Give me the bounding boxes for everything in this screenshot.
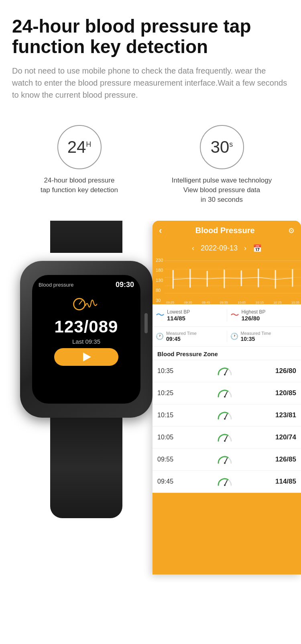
svg-point-22	[224, 440, 226, 442]
zone-bp-2: 123/81	[268, 411, 296, 419]
gauge-svg-5	[217, 476, 233, 487]
app-calendar-icon[interactable]: 📅	[253, 244, 262, 253]
gauge-svg-4	[217, 454, 233, 465]
zone-row-2: 10:15 123/81	[153, 404, 301, 427]
svg-line-17	[225, 392, 227, 397]
app-date-next-button[interactable]: ›	[244, 244, 246, 252]
stat-lowest-bp: 〜 Lowest BP 114/85	[156, 309, 224, 322]
chart-y-labels: 230 180 130 80 30	[156, 256, 163, 304]
app-chart: 230 180 130 80 30	[153, 256, 301, 304]
app-date-row: ‹ 2022-09-13 › 📅	[153, 241, 301, 256]
feature-circle-1: 30s	[200, 125, 244, 169]
feature-desc-1: Intelligent pulse wave technologyView bl…	[172, 176, 272, 204]
zone-row-3: 10:05 120/74	[153, 427, 301, 449]
sub-description: Do not need to use mobile phone to check…	[12, 65, 289, 101]
zone-rows-container: 10:35 126/80 10:25 120/85	[153, 360, 301, 493]
header-section: 24-hour blood pressure tap function key …	[0, 0, 301, 109]
app-date-prev-button[interactable]: ‹	[192, 244, 194, 252]
gauge-svg-0	[217, 366, 233, 376]
watch-current-time: 09:30	[116, 281, 134, 289]
feature-item-0: 24H 24-hour blood pressuretap function k…	[15, 125, 144, 195]
app-time-row: 🕐 Measured Time 09:45 🕐 Measured Time 10…	[153, 327, 301, 347]
stat-highest-label: Highest BP	[242, 309, 266, 315]
watch-last-reading: Last 09:35	[72, 338, 100, 345]
watch-icon-area	[39, 293, 134, 313]
watch-screen: Blood pressure 09:30 123/089	[32, 275, 140, 404]
time-label-2: Measured Time	[241, 331, 271, 336]
high-wave-icon: 〜	[230, 309, 239, 321]
watch-play-button[interactable]	[54, 348, 118, 366]
clock-icon-2: 🕐	[230, 332, 238, 340]
app-back-button[interactable]: ‹	[159, 226, 162, 236]
time-value-2: 10:35	[241, 336, 271, 342]
watch-bp-label: Blood pressure	[39, 282, 73, 288]
time-info-1: Measured Time 09:45	[166, 331, 197, 342]
svg-line-21	[225, 436, 227, 441]
watch-app-section: Blood pressure 09:30 123/089	[0, 221, 301, 582]
time-item-2: 🕐 Measured Time 10:35	[230, 331, 298, 342]
stat-highest-value: 126/80	[242, 315, 266, 322]
clock-icon-1: 🕐	[156, 332, 164, 340]
zone-time-5: 09:45	[157, 478, 181, 485]
zone-row-1: 10:25 120/85	[153, 382, 301, 404]
zone-row-4: 09:55 126/85	[153, 449, 301, 471]
feature-desc-0: 24-hour blood pressuretap function key d…	[41, 176, 118, 195]
stat-highest-bp: 〜 Highest BP 126/80	[230, 309, 298, 322]
watch-outer: Blood pressure 09:30 123/089	[20, 261, 153, 418]
watch-body: Blood pressure 09:30 123/089	[12, 245, 161, 526]
stat-lowest-info: Lowest BP 114/85	[167, 309, 190, 322]
watch-container: Blood pressure 09:30 123/089	[0, 245, 169, 558]
app-settings-icon[interactable]: ⚙	[288, 226, 295, 235]
stat-highest-info: Highest BP 126/80	[242, 309, 266, 322]
svg-point-20	[224, 418, 226, 420]
gauge-svg-3	[217, 432, 233, 443]
watch-header-row: Blood pressure 09:30	[39, 281, 134, 289]
zone-time-4: 09:55	[157, 456, 181, 463]
svg-line-1	[79, 300, 82, 304]
zone-bp-4: 126/85	[268, 455, 296, 464]
gauge-svg-2	[217, 410, 233, 420]
zone-gauge-5	[181, 476, 268, 487]
app-header: ‹ Blood Pressure ⚙	[153, 221, 301, 241]
zone-row-0: 10:35 126/80	[153, 360, 301, 382]
low-wave-icon: 〜	[156, 309, 165, 321]
stat-lowest-value: 114/85	[167, 315, 190, 322]
app-stats-row: 〜 Lowest BP 114/85 〜 Highest BP 126/80	[153, 304, 301, 327]
zone-gauge-1	[181, 388, 268, 398]
time-divider	[227, 331, 227, 342]
zone-gauge-0	[181, 366, 268, 376]
chart-svg-area	[165, 256, 301, 298]
chart-y-label-230: 230	[156, 258, 163, 263]
chart-svg	[165, 256, 301, 298]
chart-y-label-30: 30	[156, 298, 163, 303]
feature-value-0: 24H	[67, 137, 92, 157]
zone-time-0: 10:35	[157, 367, 181, 375]
time-info-2: Measured Time 10:35	[241, 331, 271, 342]
stat-divider	[227, 309, 227, 322]
svg-point-18	[224, 396, 226, 398]
zone-time-2: 10:15	[157, 412, 181, 419]
zone-gauge-3	[181, 432, 268, 443]
app-date-text: 2022-09-13	[201, 244, 238, 252]
watch-bp-wave-icon	[72, 293, 100, 313]
time-label-1: Measured Time	[166, 331, 197, 336]
stat-lowest-label: Lowest BP	[167, 309, 190, 315]
chart-y-label-130: 130	[156, 278, 163, 283]
zone-gauge-2	[181, 410, 268, 420]
zone-bp-0: 126/80	[268, 367, 296, 375]
chart-time-labels: 09:25 09:35 09:45 09:55 10:05 10:15 10:2…	[165, 301, 301, 304]
zone-header: Blood Pressure Zone	[153, 347, 301, 360]
zone-time-1: 10:25	[157, 390, 181, 397]
zone-time-3: 10:05	[157, 434, 181, 441]
chart-y-label-180: 180	[156, 268, 163, 273]
feature-circle-0: 24H	[57, 125, 102, 169]
play-triangle-icon	[83, 353, 91, 361]
svg-point-26	[224, 484, 226, 486]
app-title: Blood Pressure	[195, 226, 255, 235]
time-value-1: 09:45	[166, 336, 197, 342]
zone-row-5: 09:45 114/85	[153, 471, 301, 493]
zone-bp-5: 114/85	[268, 478, 296, 486]
feature-item-1: 30s Intelligent pulse wave technologyVie…	[158, 125, 286, 204]
watch-bp-reading: 123/089	[55, 317, 118, 336]
svg-point-16	[224, 374, 226, 375]
